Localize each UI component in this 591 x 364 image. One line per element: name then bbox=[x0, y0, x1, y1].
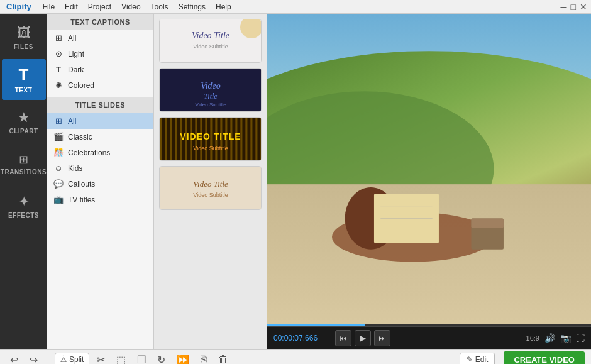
clipart-icon: ★ bbox=[18, 109, 30, 126]
aspect-ratio: 16:9 bbox=[526, 334, 539, 342]
panel-dark[interactable]: T Dark bbox=[47, 62, 153, 77]
panel-classic[interactable]: 🎬 Classic bbox=[47, 129, 153, 145]
all-slides-icon: ⊞ bbox=[53, 116, 64, 126]
video-progress-bar[interactable] bbox=[267, 324, 591, 326]
title-slides-header: TITLE SLIDES bbox=[47, 97, 153, 113]
panel-tv-titles[interactable]: 📺 TV titles bbox=[47, 192, 153, 207]
kids-icon: ☺ bbox=[53, 163, 64, 173]
play-button[interactable]: ▶ bbox=[355, 330, 371, 346]
forward-button[interactable]: ⏭ bbox=[374, 330, 390, 346]
snapshot-icon[interactable]: 📷 bbox=[560, 333, 571, 343]
video-controls: 00:00:07.666 ⏮ ▶ ⏭ 16:9 🔊 📷 ⛶ bbox=[267, 326, 591, 349]
panel-colored[interactable]: ✺ Colored bbox=[47, 77, 153, 93]
progress-fill bbox=[267, 324, 365, 326]
time-display: 00:00:07.666 bbox=[273, 334, 324, 343]
split-button[interactable]: ⧊ Split bbox=[55, 353, 89, 364]
svg-text:Video Title: Video Title bbox=[193, 179, 228, 189]
rotate-button[interactable]: ↻ bbox=[153, 352, 169, 365]
thumbnails-area: Video Title Video Subtitle Video Title V… bbox=[154, 14, 267, 349]
panel-all-text[interactable]: ⊞ All bbox=[47, 30, 153, 46]
menu-tools[interactable]: Tools bbox=[146, 1, 174, 13]
svg-rect-8 bbox=[160, 118, 261, 160]
app-name: Clipify bbox=[0, 2, 38, 11]
edit-button[interactable]: ✎ Edit bbox=[460, 353, 495, 364]
effects-icon: ✦ bbox=[18, 194, 30, 210]
text-captions-header: TEXT CAPTIONS bbox=[47, 14, 153, 30]
svg-text:Video Title: Video Title bbox=[191, 31, 229, 40]
panel-light[interactable]: ⊙ Light bbox=[47, 46, 153, 62]
speed-button[interactable]: ⏩ bbox=[173, 352, 193, 365]
minimize-button[interactable]: ─ bbox=[561, 2, 567, 12]
colored-icon: ✺ bbox=[53, 80, 64, 90]
thumb-preview-1: Video Title Video Subtitle bbox=[160, 19, 261, 62]
menu-help[interactable]: Help bbox=[211, 1, 236, 13]
svg-text:Video Subtitle: Video Subtitle bbox=[193, 43, 228, 50]
cut-button[interactable]: ✂ bbox=[93, 352, 109, 365]
svg-text:VIDEO TITLE: VIDEO TITLE bbox=[180, 131, 241, 141]
thumbnail-4[interactable]: Video Title Video Subtitle bbox=[159, 166, 262, 210]
tv-icon: 📺 bbox=[53, 195, 64, 204]
split-icon: ⧊ bbox=[60, 355, 67, 364]
redo-button[interactable]: ↪ bbox=[26, 352, 41, 365]
thumb-preview-2: Video Title Video Subtitle bbox=[160, 69, 261, 111]
svg-text:Video Subtitle: Video Subtitle bbox=[193, 145, 228, 152]
playback-controls: ⏮ ▶ ⏭ bbox=[335, 330, 390, 346]
sidebar-item-files[interactable]: 🖼 FILES bbox=[2, 17, 46, 58]
icon-sidebar: 🖼 FILES T TEXT ★ CLIPART ⊞ TRANSITIONS ✦… bbox=[0, 14, 47, 349]
panel-kids[interactable]: ☺ Kids bbox=[47, 160, 153, 176]
svg-rect-27 bbox=[471, 218, 504, 228]
left-panel: TEXT CAPTIONS ⊞ All ⊙ Light T Dark ✺ Col… bbox=[47, 14, 154, 349]
celebrations-icon: 🎊 bbox=[53, 148, 64, 157]
sidebar-item-transitions[interactable]: ⊞ TRANSITIONS bbox=[2, 143, 46, 184]
thumbnail-3[interactable]: VIDEO TITLE Video Subtitle bbox=[159, 117, 262, 161]
delete-button[interactable]: 🗑 bbox=[214, 352, 232, 364]
svg-text:Video Subtitle: Video Subtitle bbox=[195, 102, 226, 108]
preview-area: 00:00:07.666 ⏮ ▶ ⏭ 16:9 🔊 📷 ⛶ bbox=[267, 14, 591, 349]
menu-edit[interactable]: Edit bbox=[60, 1, 83, 13]
thumbnail-2[interactable]: Video Title Video Subtitle bbox=[159, 68, 262, 112]
video-preview bbox=[267, 14, 591, 324]
duplicate-button[interactable]: ❐ bbox=[133, 352, 150, 365]
menu-video[interactable]: Video bbox=[116, 1, 145, 13]
sidebar-item-text[interactable]: T TEXT bbox=[2, 59, 46, 100]
rewind-button[interactable]: ⏮ bbox=[335, 330, 351, 346]
create-video-button[interactable]: CREATE VIDEO bbox=[504, 351, 585, 365]
files-icon: 🖼 bbox=[17, 25, 31, 41]
thumb-preview-4: Video Title Video Subtitle bbox=[160, 167, 261, 209]
svg-rect-9 bbox=[160, 118, 261, 160]
svg-text:Video Subtitle: Video Subtitle bbox=[193, 192, 228, 198]
fullscreen-icon[interactable]: ⛶ bbox=[576, 333, 585, 343]
copy-button[interactable]: ⎘ bbox=[197, 352, 211, 364]
crop-button[interactable]: ⬚ bbox=[113, 352, 130, 365]
callouts-icon: 💬 bbox=[53, 179, 64, 189]
thumb-preview-3: VIDEO TITLE Video Subtitle bbox=[160, 118, 261, 160]
menu-bar: Clipify File Edit Project Video Tools Se… bbox=[0, 0, 591, 14]
close-button[interactable]: ✕ bbox=[580, 2, 587, 12]
maximize-button[interactable]: □ bbox=[571, 2, 576, 12]
light-icon: ⊙ bbox=[53, 49, 64, 58]
timeline-toolbar: ↩ ↪ ⧊ Split ✂ ⬚ ❐ ↻ ⏩ ⎘ 🗑 ✎ Edit CREATE … bbox=[0, 349, 591, 364]
sidebar-item-effects[interactable]: ✦ EFFECTS bbox=[2, 185, 46, 226]
panel-all-slides[interactable]: ⊞ All bbox=[47, 113, 153, 129]
sidebar-item-clipart[interactable]: ★ CLIPART bbox=[2, 101, 46, 142]
dark-icon: T bbox=[53, 65, 64, 74]
classic-icon: 🎬 bbox=[53, 132, 64, 141]
menu-project[interactable]: Project bbox=[83, 1, 116, 13]
all-text-icon: ⊞ bbox=[53, 33, 64, 43]
transitions-icon: ⊞ bbox=[19, 153, 28, 167]
menu-file[interactable]: File bbox=[38, 1, 60, 13]
menu-settings[interactable]: Settings bbox=[174, 1, 211, 13]
panel-callouts[interactable]: 💬 Callouts bbox=[47, 176, 153, 192]
svg-text:Title: Title bbox=[204, 92, 218, 101]
thumbnail-1[interactable]: Video Title Video Subtitle bbox=[159, 19, 262, 63]
volume-icon[interactable]: 🔊 bbox=[544, 333, 555, 343]
text-icon: T bbox=[19, 65, 29, 85]
panel-celebrations[interactable]: 🎊 Celebrations bbox=[47, 145, 153, 160]
undo-button[interactable]: ↩ bbox=[6, 352, 22, 365]
svg-text:Video: Video bbox=[201, 81, 221, 91]
